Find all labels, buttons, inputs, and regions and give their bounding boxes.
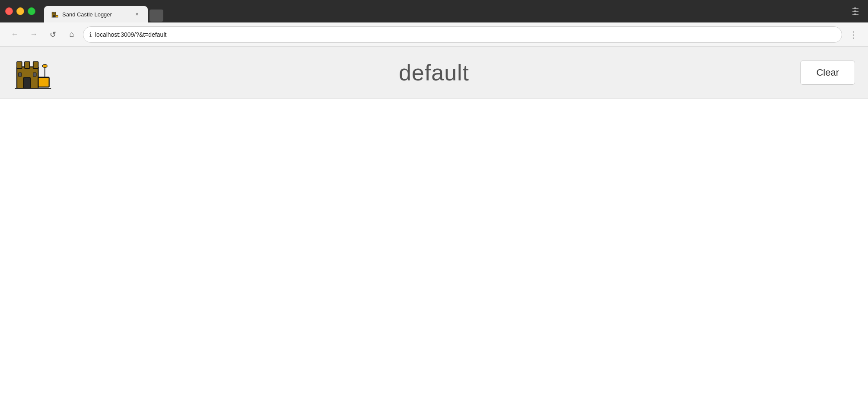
- browser-chrome: Sand Castle Logger × ← → ↺ ⌂: [0, 0, 868, 47]
- main-content: [0, 99, 868, 401]
- tab-bar: Sand Castle Logger ×: [44, 0, 843, 22]
- address-bar[interactable]: ℹ localhost:3009/?&t=default: [83, 26, 842, 43]
- clear-button[interactable]: Clear: [800, 61, 855, 85]
- svg-rect-24: [38, 77, 49, 87]
- minimize-window-button[interactable]: [16, 7, 24, 15]
- app-title: default: [399, 60, 469, 86]
- svg-rect-3: [55, 12, 56, 13]
- svg-rect-4: [53, 15, 54, 17]
- browser-menu-button[interactable]: ⋮: [846, 27, 861, 42]
- close-window-button[interactable]: [5, 7, 13, 15]
- svg-point-28: [42, 64, 47, 67]
- info-icon: ℹ: [89, 31, 92, 38]
- traffic-lights: [5, 7, 35, 15]
- tab-close-button[interactable]: ×: [133, 10, 141, 18]
- new-tab-area[interactable]: [149, 10, 163, 22]
- svg-point-9: [854, 10, 856, 12]
- svg-rect-18: [17, 61, 22, 68]
- title-bar: Sand Castle Logger ×: [0, 0, 868, 22]
- svg-rect-23: [33, 73, 36, 77]
- svg-rect-21: [23, 77, 30, 88]
- maximize-window-button[interactable]: [28, 7, 35, 15]
- svg-rect-2: [54, 12, 54, 13]
- svg-rect-22: [19, 73, 22, 77]
- home-button[interactable]: ⌂: [64, 27, 79, 42]
- app-logo-icon: [13, 53, 52, 92]
- navigation-toolbar: ← → ↺ ⌂ ℹ localhost:3009/?&t=default ⋮: [0, 22, 868, 47]
- reload-button[interactable]: ↺: [45, 27, 60, 42]
- svg-point-8: [854, 7, 856, 9]
- tab-title: Sand Castle Logger: [62, 11, 130, 18]
- forward-button[interactable]: →: [26, 27, 41, 42]
- back-button[interactable]: ←: [7, 27, 22, 42]
- svg-rect-20: [33, 61, 38, 68]
- svg-rect-1: [52, 12, 53, 13]
- tab-favicon-icon: [51, 10, 59, 18]
- svg-rect-19: [25, 61, 30, 68]
- app-header: default Clear: [0, 47, 868, 99]
- active-tab[interactable]: Sand Castle Logger ×: [44, 6, 148, 22]
- profile-icon[interactable]: [847, 3, 863, 19]
- svg-point-10: [854, 13, 856, 15]
- svg-rect-5: [56, 15, 58, 17]
- address-text: localhost:3009/?&t=default: [95, 31, 836, 38]
